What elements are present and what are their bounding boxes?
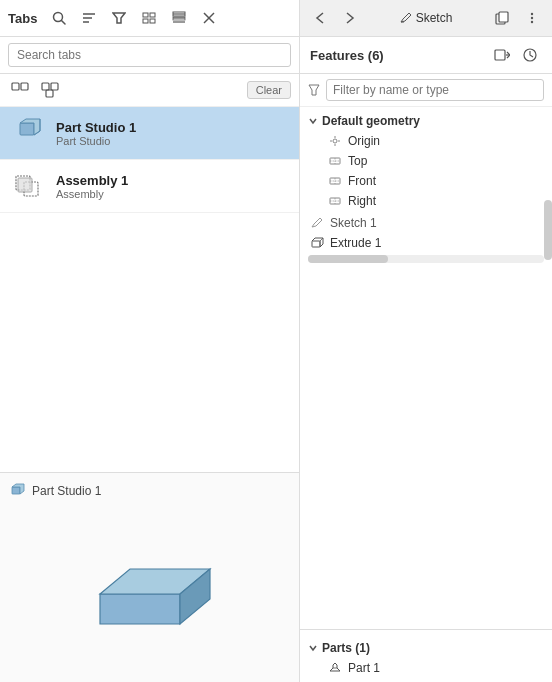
- origin-icon: [328, 134, 342, 148]
- preview-area: Part Studio 1: [0, 472, 299, 682]
- preview-3d-box: [10, 505, 289, 672]
- expand-all-icon-btn[interactable]: [8, 78, 32, 102]
- filter-icon: [308, 84, 320, 96]
- svg-rect-17: [12, 83, 19, 90]
- tree-item-origin[interactable]: Origin: [300, 131, 552, 151]
- tab-name-assembly: Assembly 1: [56, 173, 128, 188]
- search-input[interactable]: [8, 43, 291, 67]
- svg-rect-18: [21, 83, 28, 90]
- default-geometry-header[interactable]: Default geometry: [300, 111, 552, 131]
- tab-item-assembly[interactable]: Assembly 1 Assembly: [0, 160, 299, 213]
- svg-rect-21: [46, 90, 53, 97]
- sketch1-label: Sketch 1: [330, 216, 377, 230]
- features-header-icons: [490, 43, 542, 67]
- more-icon-btn[interactable]: [520, 6, 544, 30]
- tree-item-right[interactable]: Right: [300, 191, 552, 211]
- list-view-icon-btn[interactable]: [137, 6, 161, 30]
- top-plane-label: Top: [348, 154, 367, 168]
- tab-name-part-studio: Part Studio 1: [56, 120, 136, 135]
- part-icon: [328, 661, 342, 675]
- svg-rect-25: [18, 178, 32, 192]
- tabs-list: Part Studio 1 Part Studio Assembly 1 Ass…: [0, 107, 299, 472]
- svg-point-32: [531, 21, 533, 23]
- svg-rect-29: [499, 12, 508, 22]
- grid-view-icon-btn[interactable]: [167, 6, 191, 30]
- collapse-all-icon-btn[interactable]: [38, 78, 62, 102]
- features-title: Features (6): [310, 48, 482, 63]
- filter-input[interactable]: [326, 79, 544, 101]
- svg-rect-7: [150, 13, 155, 17]
- svg-rect-26: [12, 487, 20, 494]
- svg-marker-36: [309, 85, 319, 95]
- divider: [300, 629, 552, 630]
- tree-item-front[interactable]: Front: [300, 171, 552, 191]
- search-icon-btn[interactable]: [47, 6, 71, 30]
- preview-part-studio-icon: [10, 483, 26, 499]
- tree-item-top[interactable]: Top: [300, 151, 552, 171]
- sketch-pencil-icon[interactable]: Sketch: [368, 6, 484, 30]
- right-panel: Sketch Features (6): [300, 0, 552, 682]
- tab-info-assembly: Assembly 1 Assembly: [56, 173, 128, 200]
- plane-top-icon: [328, 154, 342, 168]
- svg-rect-22: [20, 123, 34, 135]
- search-bar: [0, 37, 299, 74]
- close-icon-btn[interactable]: [197, 6, 221, 30]
- parts-chevron-icon: [308, 643, 318, 653]
- toolbar-row: Clear: [0, 74, 299, 107]
- extrude-icon: [310, 236, 324, 250]
- tab-type-part-studio: Part Studio: [56, 135, 136, 147]
- add-feature-icon-btn[interactable]: [490, 43, 514, 67]
- copy-icon-btn[interactable]: [490, 6, 514, 30]
- tree-section-default-geometry: Default geometry Origin: [300, 111, 552, 211]
- tab-item-part-studio[interactable]: Part Studio 1 Part Studio: [0, 107, 299, 160]
- tab-type-assembly: Assembly: [56, 188, 128, 200]
- tabs-header: Tabs: [0, 0, 299, 37]
- default-geometry-label: Default geometry: [322, 114, 420, 128]
- svg-rect-8: [143, 19, 148, 23]
- parts-section: Parts (1) Part 1: [300, 634, 552, 682]
- part-studio-icon: [10, 115, 46, 151]
- preview-title: Part Studio 1: [32, 484, 101, 498]
- svg-rect-20: [51, 83, 58, 90]
- sketch-label: Sketch: [416, 11, 453, 25]
- svg-line-1: [62, 21, 66, 25]
- sort-icon-btn[interactable]: [77, 6, 101, 30]
- history-icon-btn[interactable]: [518, 43, 542, 67]
- svg-point-31: [531, 17, 533, 19]
- right-top-toolbar: Sketch: [300, 0, 552, 37]
- horizontal-scrollbar[interactable]: [308, 255, 544, 263]
- scrollbar-thumb: [308, 255, 388, 263]
- tree-item-part1[interactable]: Part 1: [300, 658, 552, 678]
- 3d-box-svg: [70, 524, 230, 654]
- origin-label: Origin: [348, 134, 380, 148]
- filter-icon-btn[interactable]: [107, 6, 131, 30]
- tab-info-part-studio: Part Studio 1 Part Studio: [56, 120, 136, 147]
- filter-row: [300, 74, 552, 107]
- parts-header[interactable]: Parts (1): [300, 638, 552, 658]
- svg-point-37: [333, 139, 337, 143]
- clear-button[interactable]: Clear: [247, 81, 291, 99]
- tabs-title: Tabs: [8, 11, 37, 26]
- chevron-down-icon: [308, 116, 318, 126]
- features-tree: Default geometry Origin: [300, 107, 552, 625]
- preview-label: Part Studio 1: [10, 483, 101, 499]
- right-vertical-scrollbar[interactable]: [544, 200, 552, 260]
- svg-point-30: [531, 13, 533, 15]
- features-header: Features (6): [300, 37, 552, 74]
- left-panel: Tabs: [0, 0, 300, 682]
- back-btn[interactable]: [308, 6, 332, 30]
- svg-rect-19: [42, 83, 49, 90]
- assembly-icon: [10, 168, 46, 204]
- right-plane-label: Right: [348, 194, 376, 208]
- tree-item-sketch1[interactable]: Sketch 1: [300, 213, 552, 233]
- tree-item-extrude1[interactable]: Extrude 1: [300, 233, 552, 253]
- forward-btn[interactable]: [338, 6, 362, 30]
- svg-marker-5: [113, 13, 125, 23]
- svg-rect-6: [143, 13, 148, 17]
- plane-front-icon: [328, 174, 342, 188]
- svg-rect-51: [312, 241, 320, 247]
- svg-rect-33: [495, 50, 505, 60]
- extrude1-label: Extrude 1: [330, 236, 381, 250]
- svg-rect-9: [150, 19, 155, 23]
- front-plane-label: Front: [348, 174, 376, 188]
